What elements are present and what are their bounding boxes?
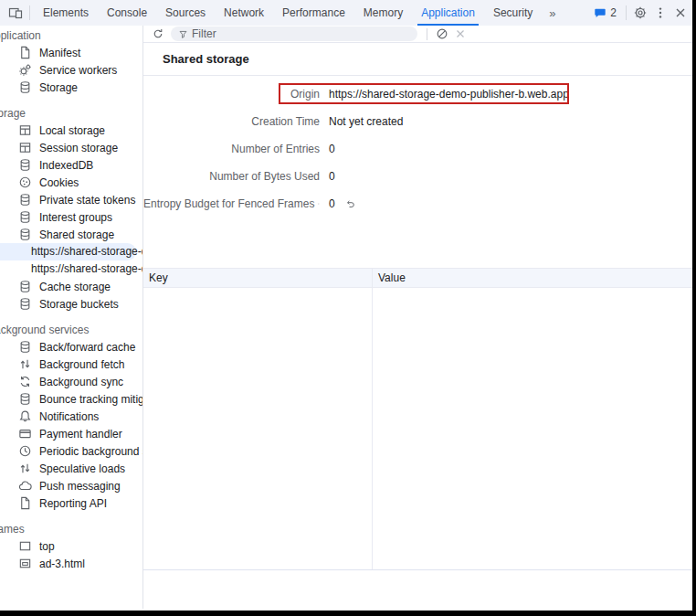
sidebar-item-periodic-background-sync[interactable]: Periodic background s… bbox=[0, 442, 142, 460]
refresh-icon[interactable] bbox=[149, 26, 167, 42]
table-body-empty bbox=[143, 288, 696, 570]
meta-label: Number of Bytes Used bbox=[143, 170, 320, 183]
device-toolbar-icon[interactable] bbox=[5, 3, 26, 23]
tab-performance[interactable]: Performance bbox=[273, 0, 354, 26]
sidebar-item-frame-ad3[interactable]: ad-3.html bbox=[0, 555, 142, 572]
database-icon bbox=[18, 193, 32, 207]
sidebar-item-background-fetch[interactable]: Background fetch bbox=[0, 356, 142, 373]
entropy-value: 0 bbox=[329, 197, 356, 210]
sidebar-item-label: Private state tokens bbox=[39, 194, 135, 207]
sidebar-item-notifications[interactable]: Notifications bbox=[0, 408, 142, 425]
panel-tabs: Elements Console Sources Network Perform… bbox=[34, 0, 563, 26]
close-devtools-icon[interactable] bbox=[670, 3, 691, 23]
sidebar-item-label: top bbox=[39, 540, 55, 553]
sidebar-item-indexeddb[interactable]: IndexedDB bbox=[0, 156, 142, 174]
sidebar-item-manifest[interactable]: Manifest bbox=[0, 44, 142, 61]
sidebar-item-shared-storage[interactable]: Shared storage bbox=[0, 226, 142, 243]
sync-icon bbox=[18, 375, 32, 388]
tab-sources[interactable]: Sources bbox=[156, 0, 215, 26]
sidebar-item-label: Background sync bbox=[39, 376, 123, 388]
sidebar-item-speculative-loads[interactable]: Speculative loads bbox=[0, 460, 142, 477]
bytes-value: 0 bbox=[329, 170, 335, 183]
sidebar-item-label: Bounce tracking mitiga… bbox=[39, 393, 143, 406]
sidebar-item-label: Storage buckets bbox=[39, 298, 119, 311]
section-title-frames: Frames bbox=[0, 521, 142, 537]
section-title-application: Application bbox=[0, 27, 142, 44]
sidebar-item-local-storage[interactable]: Local storage bbox=[0, 122, 142, 139]
sidebar-item-shared-storage-origin-2[interactable]: https://shared-storage-d… bbox=[0, 260, 142, 278]
more-tabs-chevron-icon[interactable]: » bbox=[542, 0, 563, 26]
meta-row-number-of-entries: Number of Entries 0 bbox=[143, 140, 696, 158]
database-icon bbox=[18, 80, 32, 94]
sidebar-item-label: Local storage bbox=[39, 124, 105, 137]
sidebar-item-interest-groups[interactable]: Interest groups bbox=[0, 208, 142, 226]
tabbar-right-controls: 2 bbox=[588, 3, 691, 23]
clock-icon bbox=[18, 444, 32, 458]
shared-storage-panel: Shared storage Origin https://shared-sto… bbox=[143, 26, 696, 609]
sidebar-item-reporting-api[interactable]: Reporting API bbox=[0, 494, 142, 512]
sidebar-item-private-state-tokens[interactable]: Private state tokens bbox=[0, 191, 142, 208]
sidebar-item-cookies[interactable]: Cookies bbox=[0, 174, 142, 191]
bell-icon bbox=[18, 409, 32, 423]
cookie-icon bbox=[18, 175, 32, 189]
tab-network[interactable]: Network bbox=[215, 0, 273, 26]
column-header-key[interactable]: Key bbox=[143, 269, 373, 287]
meta-row-entropy-budget: Entropy Budget for Fenced Frames 0 bbox=[143, 195, 696, 213]
sidebar-item-service-workers[interactable]: Service workers bbox=[0, 61, 142, 79]
clear-block-icon[interactable] bbox=[433, 26, 451, 42]
tab-security[interactable]: Security bbox=[484, 0, 542, 26]
tab-console[interactable]: Console bbox=[98, 0, 156, 26]
sidebar-item-background-sync[interactable]: Background sync bbox=[0, 373, 142, 390]
meta-row-creation-time: Creation Time Not yet created bbox=[143, 112, 696, 131]
settings-gear-icon[interactable] bbox=[630, 3, 650, 23]
up-down-arrows-icon bbox=[18, 357, 32, 371]
value-column-area bbox=[373, 288, 696, 569]
info-icon[interactable] bbox=[318, 198, 320, 209]
tab-elements[interactable]: Elements bbox=[34, 0, 98, 26]
meta-row-origin: Origin https://shared-storage-demo-publi… bbox=[143, 85, 696, 103]
filter-input[interactable] bbox=[192, 27, 410, 40]
sidebar-item-storage-buckets[interactable]: Storage buckets bbox=[0, 295, 142, 313]
window-bottom-edge bbox=[0, 611, 696, 616]
sidebar-item-back-forward-cache[interactable]: Back/forward cache bbox=[0, 338, 142, 356]
meta-label: Origin bbox=[143, 88, 320, 101]
toolbar-divider bbox=[29, 5, 30, 20]
toolbar-divider bbox=[427, 28, 427, 40]
sidebar-item-shared-storage-origin-1[interactable]: https://shared-storage-d… bbox=[0, 243, 136, 260]
shared-storage-metadata: Origin https://shared-storage-demo-publi… bbox=[143, 76, 696, 222]
meta-label: Entropy Budget for Fenced Frames bbox=[143, 197, 320, 210]
sidebar-item-storage[interactable]: Storage bbox=[0, 79, 142, 96]
sidebar-item-bounce-tracking-mitigations[interactable]: Bounce tracking mitiga… bbox=[0, 390, 142, 408]
sidebar-item-label: Periodic background s… bbox=[39, 445, 143, 458]
tab-memory[interactable]: Memory bbox=[354, 0, 412, 26]
sidebar-item-session-storage[interactable]: Session storage bbox=[0, 139, 142, 156]
sidebar-item-label: Cache storage bbox=[39, 281, 111, 293]
sidebar-item-label: Background fetch bbox=[39, 358, 124, 371]
document-icon bbox=[18, 46, 32, 59]
sidebar-item-label: IndexedDB bbox=[39, 159, 93, 172]
undo-reset-icon[interactable] bbox=[344, 198, 356, 210]
issues-bubble-icon bbox=[594, 6, 606, 19]
filter-field[interactable] bbox=[171, 27, 417, 41]
sidebar-item-label: Session storage bbox=[39, 142, 118, 154]
issues-badge[interactable]: 2 bbox=[588, 6, 622, 19]
database-icon bbox=[18, 340, 32, 354]
sidebar-item-payment-handler[interactable]: Payment handler bbox=[0, 425, 142, 442]
table-header-row: Key Value bbox=[143, 269, 696, 288]
sidebar-item-push-messaging[interactable]: Push messaging bbox=[0, 477, 142, 494]
database-icon bbox=[18, 297, 32, 311]
sidebar-item-label: Reporting API bbox=[39, 497, 107, 510]
close-icon[interactable] bbox=[451, 26, 469, 42]
sidebar-item-label: Cookies bbox=[39, 176, 79, 189]
window-right-edge bbox=[692, 0, 696, 616]
sidebar-item-cache-storage[interactable]: Cache storage bbox=[0, 278, 142, 295]
key-value-table: Key Value bbox=[143, 268, 696, 570]
database-icon bbox=[18, 158, 32, 172]
sidebar-item-label: Manifest bbox=[39, 47, 80, 59]
tab-application[interactable]: Application bbox=[412, 0, 484, 26]
sidebar-item-frame-top[interactable]: top bbox=[0, 537, 142, 555]
card-icon bbox=[18, 427, 32, 441]
sidebar-item-label: Service workers bbox=[39, 64, 117, 77]
kebab-menu-icon[interactable] bbox=[650, 3, 670, 23]
column-header-value[interactable]: Value bbox=[373, 269, 696, 287]
